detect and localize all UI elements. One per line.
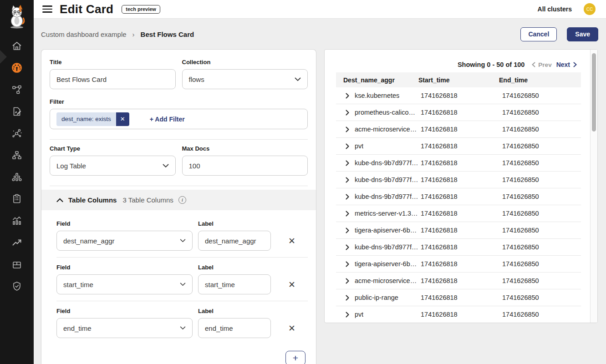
field-select[interactable]: end_time [56,318,193,338]
table-row[interactable]: acme-microservice… 1741626818 1741626850 [336,121,581,138]
prev-page-button[interactable]: Prev [538,61,551,68]
expand-chevron-icon[interactable] [346,261,349,267]
chevron-left-icon[interactable] [532,62,535,67]
sidebar-item-dashboard-active[interactable] [0,62,34,73]
next-page-button[interactable]: Next [556,61,570,68]
chart-type-label: Chart Type [50,145,176,152]
row-start: 1741626818 [418,311,499,318]
table-row[interactable]: prometheus-calico… 1741626818 1741626850 [336,104,581,121]
scrollbar-thumb[interactable] [592,53,596,131]
row-start: 1741626818 [418,277,499,284]
chevron-down-icon [180,239,186,243]
label-input[interactable] [198,274,271,294]
collection-select[interactable]: flows [182,69,308,89]
label-label: Label [198,308,271,314]
column-editor-row: Field end_time Label ✕ [56,308,308,338]
sidebar-item-home[interactable] [0,40,34,51]
expand-chevron-icon[interactable] [346,295,349,301]
label-input[interactable] [198,318,271,338]
cluster-selector[interactable]: All clusters [538,5,572,13]
sidebar-item-trending[interactable] [0,237,34,248]
calico-cat-logo[interactable] [0,4,34,29]
table-row[interactable]: metrics-server-v1.3… 1741626818 17416268… [336,205,581,222]
table-row[interactable]: kube-dns-9b7d977f… 1741626818 1741626850 [336,172,581,188]
sidebar-item-statistics[interactable] [0,215,34,226]
avatar[interactable]: CC [584,3,596,15]
row-end: 1741626850 [499,159,581,167]
field-select[interactable]: dest_name_aggr [56,231,193,251]
row-end: 1741626850 [499,260,581,268]
expand-chevron-icon[interactable] [346,143,349,149]
filter-label: Filter [50,98,308,105]
chevron-up-icon[interactable] [56,196,63,204]
table-row[interactable]: kube-dns-9b7d977f… 1741626818 1741626850 [336,155,581,172]
expand-chevron-icon[interactable] [346,228,349,233]
expand-chevron-icon[interactable] [346,110,349,116]
table-columns-section-header[interactable]: Table Columns 3 Table Columns i [41,190,316,210]
sidebar-item-clusters[interactable] [0,172,34,182]
card-preview-panel: Showing 0 - 50 of 100 Prev Next Dest_nam… [324,49,598,323]
save-button[interactable]: Save [567,27,598,41]
filter-chip-remove-icon[interactable]: ✕ [116,112,129,126]
add-filter-link[interactable]: + Add Filter [150,116,185,123]
table-row[interactable]: pvt 1741626818 1741626850 [336,306,581,323]
expand-chevron-icon[interactable] [346,194,349,200]
expand-chevron-icon[interactable] [346,160,349,166]
expand-chevron-icon[interactable] [346,93,349,99]
table-row[interactable]: pvt 1741626818 1741626850 [336,138,581,155]
table-row[interactable]: public-ip-range 1741626818 1741626850 [336,289,581,306]
preview-table: Dest_name_aggr Start_time End_time kse.k… [336,72,581,323]
column-header-dest: Dest_name_aggr [336,76,418,84]
remove-column-icon[interactable]: ✕ [288,280,295,289]
field-select[interactable]: start_time [56,274,193,294]
row-start: 1741626818 [418,92,499,99]
row-start: 1741626818 [418,126,499,133]
column-editor-row: Field start_time Label ✕ [56,264,308,294]
table-row[interactable]: kse.kubernetes 1741626818 1741626850 [336,87,581,104]
field-value: dest_name_aggr [63,237,115,245]
expand-chevron-icon[interactable] [346,278,349,284]
filter-chip-text: dest_name: exists [56,112,116,126]
expand-chevron-icon[interactable] [346,211,349,217]
sidebar-item-compliance-reports[interactable] [0,193,34,204]
label-input[interactable] [198,231,271,251]
sidebar-item-threat-defense[interactable] [0,281,34,292]
max-docs-input[interactable] [182,156,308,176]
expand-chevron-icon[interactable] [346,244,349,250]
scrollbar-track[interactable] [590,50,597,323]
pagination-showing: Showing 0 - 50 of 100 [458,61,525,68]
info-icon[interactable]: i [178,196,186,204]
table-row[interactable]: kube-dns-9b7d977f… 1741626818 1741626850 [336,239,581,256]
expand-chevron-icon[interactable] [346,312,349,318]
table-row[interactable]: acme-microservice… 1741626818 1741626850 [336,273,581,289]
breadcrumb-current: Best Flows Card [141,30,194,38]
row-end: 1741626850 [499,92,581,99]
remove-column-icon[interactable]: ✕ [288,324,295,333]
max-docs-label: Max Docs [182,145,308,152]
sidebar-item-network-graph[interactable] [0,128,34,139]
filter-input[interactable]: dest_name: exists ✕ + Add Filter [50,109,308,129]
row-end: 1741626850 [499,243,581,251]
column-header-start: Start_time [418,76,499,84]
table-row[interactable]: kube-dns-9b7d977f… 1741626818 1741626850 [336,188,581,205]
hamburger-menu-icon[interactable] [42,5,52,13]
breadcrumb-parent[interactable]: Custom dashboard example [41,30,127,38]
remove-column-icon[interactable]: ✕ [288,237,295,245]
title-input[interactable] [50,69,176,89]
chevron-right-icon[interactable] [573,62,577,67]
sidebar-item-service-graph[interactable] [0,84,34,95]
table-row[interactable]: tigera-apiserver-6b… 1741626818 17416268… [336,222,581,239]
sidebar-item-policies[interactable] [0,106,34,117]
add-column-button[interactable]: + [285,351,306,364]
expand-chevron-icon[interactable] [346,177,349,183]
expand-chevron-icon[interactable] [346,126,349,132]
row-dest: kube-dns-9b7d977f… [355,159,418,167]
chart-type-select[interactable]: Log Table [50,156,176,176]
cancel-button[interactable]: Cancel [520,27,557,41]
chevron-down-icon [295,77,301,81]
sidebar-item-workloads[interactable] [0,259,34,270]
sidebar-item-sitemap[interactable] [0,150,34,161]
sidebar-expand-notch[interactable] [0,50,7,64]
table-row[interactable]: tigera-apiserver-6b… 1741626818 17416268… [336,256,581,273]
breadcrumb-separator: › [132,30,135,38]
